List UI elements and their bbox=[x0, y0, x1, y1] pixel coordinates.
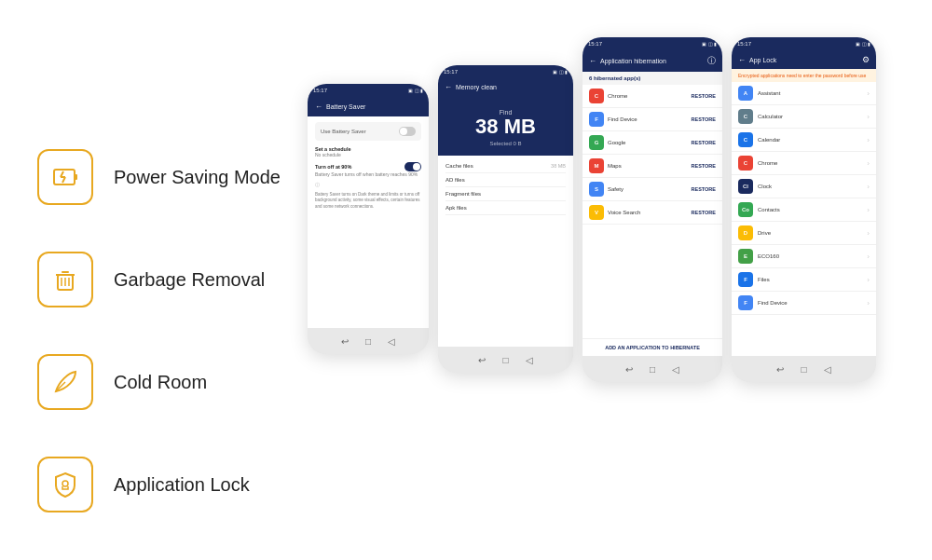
battery-saver-header: ← Battery Saver bbox=[308, 97, 429, 116]
schedule-row: Set a schedule No schedule bbox=[315, 146, 421, 157]
phone2-status-icons: ▣ ◫ ▮ bbox=[553, 69, 568, 75]
fragment-files-label: Fragment files bbox=[445, 191, 481, 197]
add-hibernate-btn[interactable]: ADD AN APPLICATION TO HIBERNATE bbox=[582, 338, 722, 356]
power-saving-label: Power Saving Mode bbox=[114, 167, 281, 188]
hibernation-count: 6 hibernated app(s) bbox=[582, 72, 722, 85]
phone2-bottom-bar: ↩□◁ bbox=[438, 347, 573, 373]
drive-label: Drive bbox=[758, 230, 771, 236]
svg-rect-1 bbox=[75, 174, 77, 180]
feature-item-garbage-removal: Garbage Removal bbox=[37, 252, 281, 307]
power-saving-icon-box bbox=[37, 149, 93, 205]
applock-calendar: C Calendar › bbox=[732, 129, 876, 152]
memory-files-list: Cache files 38 MB AD files Fragment file… bbox=[438, 156, 573, 219]
calendar-chevron: › bbox=[867, 136, 870, 144]
application-lock-label: Application Lock bbox=[114, 474, 250, 496]
find-device-icon: F bbox=[589, 112, 604, 127]
cold-room-icon-box bbox=[37, 354, 93, 410]
feature-item-power-saving: Power Saving Mode bbox=[37, 149, 281, 205]
calculator-app-icon: C bbox=[738, 109, 753, 124]
phone-app-lock: 15:17 ▣ ◫ ▮ ← App Lock ⚙ Encrypted appli… bbox=[732, 37, 876, 382]
files-app-icon: F bbox=[738, 272, 753, 287]
calendar-label: Calendar bbox=[758, 137, 780, 143]
cache-files-size: 38 MB bbox=[551, 163, 566, 169]
chrome-app-chevron: › bbox=[867, 159, 870, 168]
google-label: Google bbox=[608, 140, 625, 145]
turnoff-toggle[interactable] bbox=[404, 162, 421, 171]
battery-icon bbox=[51, 163, 79, 191]
hibernation-header: ← Application hibernation ⓘ bbox=[582, 50, 722, 72]
voice-search-icon: V bbox=[589, 205, 604, 220]
chrome-app-icon: C bbox=[738, 156, 753, 171]
calculator-chevron: › bbox=[867, 113, 870, 121]
memory-clean-screen: 15:17 ▣ ◫ ▮ ← Memory clean Find 38 MB Se… bbox=[438, 65, 573, 347]
files-chevron: › bbox=[867, 276, 870, 284]
use-battery-label: Use Battery Saver bbox=[321, 129, 366, 134]
clock-app-icon: Cl bbox=[738, 179, 753, 194]
application-lock-icon-box bbox=[37, 457, 93, 512]
chrome-icon: C bbox=[589, 89, 604, 103]
feature-item-application-lock: Application Lock bbox=[37, 457, 281, 512]
memory-clean-title: Memory clean bbox=[456, 84, 497, 90]
find-label: Find bbox=[445, 109, 566, 116]
mem-file-row-ad: AD files bbox=[445, 173, 566, 187]
assistant-app-icon: A bbox=[738, 86, 753, 101]
safety-restore-btn[interactable]: RESTORE bbox=[692, 186, 717, 192]
applock-chrome: C Chrome › bbox=[732, 152, 876, 175]
battery-saver-toggle[interactable] bbox=[399, 127, 416, 136]
maps-label: Maps bbox=[608, 163, 622, 169]
find-device-restore-btn[interactable]: RESTORE bbox=[692, 116, 717, 122]
app-lock-screen: 15:17 ▣ ◫ ▮ ← App Lock ⚙ Encrypted appli… bbox=[732, 37, 876, 356]
battery-desc: Battery Saver turns on Dark theme and li… bbox=[315, 192, 421, 210]
phone-hibernation: 15:17 ▣ ◫ ▮ ← Application hibernation ⓘ … bbox=[582, 37, 722, 382]
phone2-time: 15:17 bbox=[444, 69, 458, 75]
phone1-time: 15:17 bbox=[313, 88, 327, 93]
cache-files-label: Cache files bbox=[445, 163, 473, 169]
chrome-restore-btn[interactable]: RESTORE bbox=[692, 93, 717, 99]
phone4-status-icons: ▣ ◫ ▮ bbox=[856, 41, 870, 47]
phone4-bottom-bar: ↩□◁ bbox=[732, 356, 876, 382]
drive-app-icon: D bbox=[738, 225, 753, 240]
files-label: Files bbox=[758, 277, 770, 282]
google-restore-btn[interactable]: RESTORE bbox=[692, 140, 717, 145]
phone3-status-icons: ▣ ◫ ▮ bbox=[702, 41, 717, 47]
apk-files-label: Apk files bbox=[445, 205, 467, 211]
voice-search-restore-btn[interactable]: RESTORE bbox=[692, 210, 717, 215]
feature-list: Power Saving Mode Garbage Removal Cold R… bbox=[37, 149, 281, 512]
feature-item-cold-room: Cold Room bbox=[37, 354, 281, 410]
phone3-status-bar: 15:17 ▣ ◫ ▮ bbox=[582, 37, 722, 50]
phone-battery-saver: 15:17 ▣ ◫ ▮ ← Battery Saver Use Battery … bbox=[308, 84, 429, 354]
trash-icon bbox=[51, 266, 79, 294]
hibernation-app-list: C Chrome RESTORE F Find Device RESTORE G bbox=[582, 85, 722, 338]
clock-chevron: › bbox=[867, 183, 870, 191]
phone1-status-bar: 15:17 ▣ ◫ ▮ bbox=[308, 84, 429, 97]
app-lock-warning: Encrypted applications need to enter the… bbox=[732, 69, 876, 82]
contacts-app-icon: Co bbox=[738, 202, 753, 217]
google-icon: G bbox=[589, 135, 604, 150]
contacts-chevron: › bbox=[867, 206, 870, 214]
use-battery-row: Use Battery Saver bbox=[315, 122, 421, 141]
ad-files-label: AD files bbox=[445, 177, 465, 183]
app-lock-header: ← App Lock ⚙ bbox=[732, 50, 876, 69]
find-device-label: Find Device bbox=[608, 116, 637, 122]
cold-room-label: Cold Room bbox=[114, 372, 207, 393]
hib-header-left: ← Application hibernation bbox=[589, 57, 666, 65]
phone4-status-bar: 15:17 ▣ ◫ ▮ bbox=[732, 37, 876, 50]
phone3-time: 15:17 bbox=[588, 41, 602, 47]
assistant-chevron: › bbox=[867, 89, 870, 98]
selected-label: Selected 0 B bbox=[445, 141, 566, 146]
garbage-removal-icon-box bbox=[37, 252, 93, 307]
hib-app-maps: M Maps RESTORE bbox=[582, 155, 722, 178]
battery-saver-content: Use Battery Saver Set a schedule No sche… bbox=[308, 116, 429, 215]
applock-clock: Cl Clock › bbox=[732, 175, 876, 198]
finddevice-app-icon: F bbox=[738, 295, 753, 310]
assistant-label: Assistant bbox=[758, 90, 780, 96]
applock-files: F Files › bbox=[732, 268, 876, 292]
applock-calculator: C Calculator › bbox=[732, 105, 876, 129]
applock-drive: D Drive › bbox=[732, 222, 876, 245]
turnoff-subtitle: Battery Saver turns off when battery rea… bbox=[315, 171, 421, 177]
chrome-app-label: Chrome bbox=[758, 160, 777, 166]
maps-restore-btn[interactable]: RESTORE bbox=[692, 163, 717, 169]
finddevice-chevron: › bbox=[867, 299, 870, 307]
hib-app-voice-search: V Voice Search RESTORE bbox=[582, 201, 722, 225]
phone1-bottom-bar: ↩□◁ bbox=[308, 328, 429, 354]
